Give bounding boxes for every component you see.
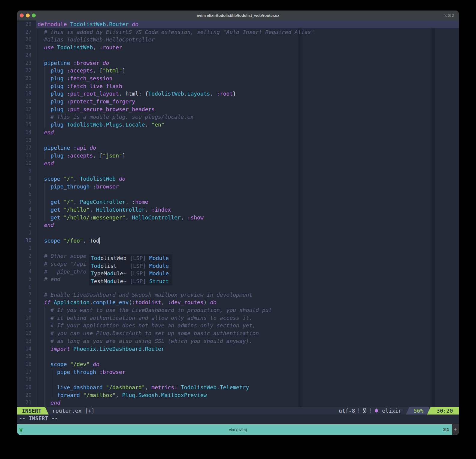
code-line[interactable]: 17 pipe_through :browser [17, 368, 459, 376]
code-line[interactable]: 10 end [17, 160, 459, 167]
line-number: 24 [17, 51, 32, 59]
tab-title[interactable]: vim (nvim) [17, 427, 459, 432]
code-text: # you can use Plug.BasicAuth to set up s… [38, 329, 259, 337]
new-tab-button[interactable]: + [452, 424, 459, 435]
code-line[interactable]: 9 [17, 167, 459, 175]
code-line[interactable]: 4 # pipe_thro [17, 268, 459, 276]
code-line[interactable]: 1 [17, 229, 459, 237]
code-line[interactable]: 12 pipeline :api do [17, 144, 459, 152]
code-line[interactable]: 13 # as long as you are also using SSL (… [17, 337, 459, 345]
completion-item[interactable]: TypeModule~ [LSP] Module [89, 270, 172, 277]
completion-item[interactable]: TestModule~ [LSP] Struct [89, 277, 172, 285]
line-number: 30 [17, 237, 32, 245]
code-line[interactable]: 5 get "/", PageController, :home [17, 198, 459, 206]
code-line[interactable]: 21 end [17, 399, 459, 407]
code-text: plug :fetch_live_flash [38, 82, 122, 90]
terminal-tab-bar[interactable]: V vim (nvim) ⌘1 + [17, 424, 459, 435]
code-line[interactable]: 30 scope "/foo", Tod [17, 237, 459, 245]
code-line[interactable]: 29defmodule TodolistWeb.Router do [17, 20, 459, 28]
indent-guide [38, 51, 38, 59]
indent-guide [44, 190, 45, 198]
code-line[interactable]: 12 # you can use Plug.BasicAuth to set u… [17, 329, 459, 337]
code-text: scope "/foo", Tod [38, 237, 99, 245]
code-line[interactable]: 7 pipe_through :browser [17, 183, 459, 191]
line-number: 7 [17, 183, 32, 191]
code-line[interactable]: 11 # If your application does not have a… [17, 322, 459, 329]
code-line[interactable]: 3 get "/hello/:messenger", HelloControll… [17, 214, 459, 222]
line-number: 1 [17, 229, 32, 237]
code-line[interactable]: 8 if Application.compile_env(:todolist, … [17, 298, 459, 306]
code-line[interactable]: 27 # this is added by ElixirLS VS Code e… [17, 28, 459, 36]
line-number: 11 [17, 152, 32, 160]
code-line[interactable]: 2 end [17, 221, 459, 229]
code-text: # end [38, 275, 60, 283]
code-line[interactable]: 18 plug :protect_from_forgery [17, 98, 459, 106]
line-number: 8 [17, 298, 32, 306]
code-line[interactable]: 24 [17, 51, 459, 59]
code-text: end [38, 129, 54, 136]
completion-item[interactable]: TodolistWeb [LSP] Module [89, 254, 172, 262]
code-line[interactable]: 4 get "/hello", HelloController, :index [17, 206, 459, 214]
code-line[interactable]: 25 use TodolistWeb, :router [17, 44, 459, 51]
code-line[interactable]: 14 import Phoenix.LiveDashboard.Router [17, 345, 459, 353]
line-number: 4 [17, 268, 32, 276]
code-line[interactable]: 23 pipeline :browser do [17, 59, 459, 67]
completion-popup[interactable]: TodolistWeb [LSP] ModuleTodolist [LSP] M… [89, 254, 172, 285]
code-line[interactable]: 16 scope "/dev" do [17, 360, 459, 368]
line-number: 29 [17, 20, 32, 28]
code-line[interactable]: 17 plug :put_secure_browser_headers [17, 106, 459, 113]
code-line[interactable]: 11 plug :accepts, ["json"] [17, 152, 459, 160]
code-line[interactable]: 8 scope "/", TodolistWeb do [17, 175, 459, 183]
line-number: 6 [17, 283, 32, 291]
code-line[interactable]: 22 plug :accepts, ["html"] [17, 67, 459, 75]
code-line[interactable]: 15 plug TodolistWeb.Plugs.Locale, "en" [17, 121, 459, 129]
line-number: 8 [17, 175, 32, 183]
line-number: 9 [17, 167, 32, 175]
code-line[interactable]: 6 [17, 283, 459, 291]
line-number: 20 [17, 391, 32, 399]
editor-buffer[interactable]: 29defmodule TodolistWeb.Router do27 # th… [17, 20, 459, 407]
line-number: 9 [17, 306, 32, 314]
code-line[interactable]: 14 end [17, 129, 459, 136]
code-text: end [38, 160, 54, 167]
line-number: 4 [17, 206, 32, 214]
code-line[interactable]: 19 plug :put_root_layout, html: {Todolis… [17, 90, 459, 98]
line-number: 10 [17, 160, 32, 167]
line-number: 7 [17, 291, 32, 299]
code-line[interactable]: 21 plug :fetch_session [17, 75, 459, 82]
code-line[interactable]: 26 #alias TodolistWeb.HelloController [17, 36, 459, 44]
code-line[interactable]: 20 plug :fetch_live_flash [17, 82, 459, 90]
code-text: scope "/dev" do [38, 360, 99, 368]
mode-indicator: INSERT [17, 407, 49, 415]
code-text: # pipe_thro [38, 268, 86, 276]
code-line[interactable]: 7 # Enable LiveDashboard and Swoosh mail… [17, 291, 459, 299]
code-line[interactable]: 13 [17, 136, 459, 144]
completion-item[interactable]: Todolist [LSP] Module [89, 262, 172, 270]
line-number: 27 [17, 28, 32, 36]
scroll-percent: 56% [406, 407, 429, 415]
code-text: defmodule TodolistWeb.Router do [38, 20, 138, 28]
code-line[interactable]: 18 [17, 376, 459, 384]
code-line[interactable]: 5 # end [17, 275, 459, 283]
statusline-encoding: utf-8 [339, 407, 355, 415]
code-text: plug TodolistWeb.Plugs.Locale, "en" [38, 121, 165, 129]
code-line[interactable]: 16 # This is a module plug, see plugs/lo… [17, 113, 459, 121]
indent-guide [51, 376, 51, 384]
statusline-filetype: elixir [382, 407, 402, 415]
line-number: 19 [17, 384, 32, 391]
code-line[interactable]: 19 live_dashboard "/dashboard", metrics:… [17, 384, 459, 391]
indent-guide [44, 376, 45, 384]
code-text: end [38, 399, 60, 407]
code-line[interactable]: 10 # it behind authentication and allow … [17, 314, 459, 322]
code-line[interactable]: 1 [17, 244, 459, 252]
indent-guide [38, 167, 38, 175]
code-line[interactable]: 20 forward "/mailbox", Plug.Swoosh.Mailb… [17, 391, 459, 399]
code-line[interactable]: 6 [17, 190, 459, 198]
line-number: 11 [17, 322, 32, 329]
code-line[interactable]: 15 [17, 353, 459, 360]
code-line[interactable]: 2 # Other scope [17, 252, 459, 260]
line-number: 21 [17, 399, 32, 407]
code-line[interactable]: 9 # If you want to use the LiveDashboard… [17, 306, 459, 314]
line-number: 19 [17, 90, 32, 98]
code-line[interactable]: 3 # scope "/api [17, 260, 459, 268]
